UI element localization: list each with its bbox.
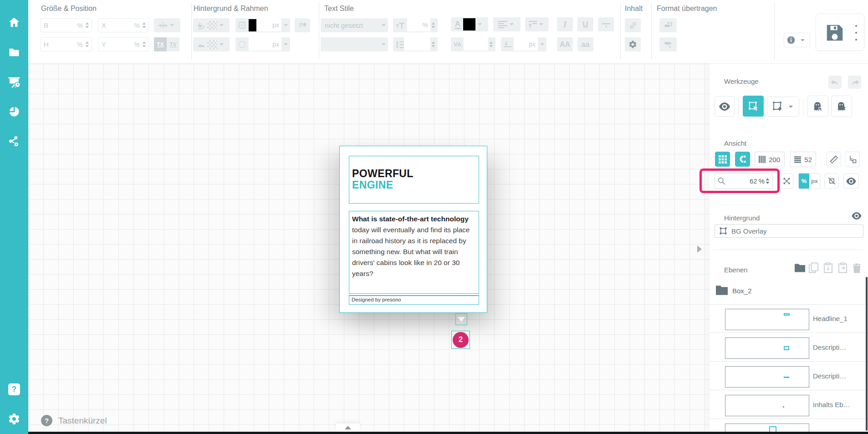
new-group-icon[interactable] [795,263,805,272]
layers-scrollbar[interactable] [866,277,868,431]
paste-into-icon[interactable] [823,262,833,273]
strikethrough-button[interactable] [598,17,614,31]
redo-button[interactable] [848,76,861,89]
text-color-button[interactable]: A [451,17,488,31]
layer-row-bg[interactable]: BG_1 [710,419,868,432]
undo-button[interactable] [828,76,842,89]
folder-icon[interactable] [8,46,20,59]
slide-group[interactable]: POWERFUL ENGINE What is state-of-the-art… [339,146,487,313]
headline-textbox[interactable]: POWERFUL ENGINE [349,156,479,204]
panel-collapse-arrow-icon[interactable] [697,245,702,253]
section-title-text-styles: Text Stile [324,5,354,13]
add-layer-tool-button[interactable] [767,97,799,117]
background-item[interactable]: BG Overlay [715,224,863,238]
uppercase-button[interactable]: AA [557,37,573,51]
home-icon[interactable] [8,16,20,29]
apply-format-button[interactable] [659,37,677,51]
caret-down-icon [284,43,288,46]
tv-option[interactable]: TV [167,37,179,51]
presentation-clock-icon[interactable] [7,76,21,89]
image-icon [197,41,205,49]
unit-toggle[interactable]: % px [798,173,820,189]
px-option[interactable]: px [809,174,820,189]
tx-option[interactable]: TX [154,37,167,51]
share-clock-icon[interactable] [8,135,20,148]
layer-group-row[interactable]: Box_2 [710,281,868,301]
hide-helpers-button[interactable] [824,174,839,189]
bottom-panel-expander[interactable] [336,424,360,432]
layers-title: Ebenen [724,266,748,274]
stepper-icon [142,41,146,47]
text-scale-toggle[interactable]: TX TV [154,37,179,51]
rows-value: 52 [804,156,812,163]
layer-row-content[interactable]: Inhalts Eb… [710,390,868,419]
y-position-field[interactable]: Y % [98,37,149,51]
text-align-dropdown[interactable] [493,17,521,31]
visibility-button[interactable] [843,174,859,189]
copy-format-button[interactable] [659,18,677,32]
border-color-swatch[interactable] [249,19,256,31]
underline-button[interactable]: U [577,17,593,31]
settings-gear-icon[interactable] [8,413,20,425]
border-width-control[interactable]: px [235,18,290,32]
more-options-icon[interactable] [855,25,857,41]
toolbar-divider [319,3,319,60]
layer-row-description2[interactable]: Descripti… [710,362,868,390]
italic-button[interactable]: I [557,17,573,31]
columns-input[interactable]: 200 [755,152,785,167]
link-button[interactable] [625,18,641,32]
duplicate-icon[interactable] [809,262,818,273]
content-settings-button[interactable] [625,37,641,51]
layer-row-headline[interactable]: Headline_1 [710,304,868,333]
fill-color-button[interactable] [193,18,230,32]
save-button[interactable] [816,14,864,51]
letter-spacing-field[interactable]: VA [451,37,495,51]
indent-field[interactable]: px [501,37,546,51]
caret-down-icon [540,43,544,46]
section-title-size-position: Größe & Position [41,5,97,13]
preview-tool-button[interactable] [715,96,735,117]
move-to-layer-button[interactable] [845,152,860,167]
snap-toggle-button[interactable] [735,152,750,167]
horizontal-lines-icon [794,156,801,163]
vertical-align-dropdown[interactable] [525,17,549,31]
caret-down-icon [382,24,386,26]
rows-input[interactable]: 52 [790,152,816,167]
align-center-button[interactable] [154,18,180,32]
info-button[interactable] [784,33,810,47]
fit-to-screen-button[interactable] [780,174,793,189]
ruler-button[interactable] [827,152,841,167]
grid-toggle-button[interactable] [715,152,730,167]
select-tool-button[interactable] [743,96,764,117]
x-position-field[interactable]: X % [98,18,149,32]
pie-chart-icon[interactable] [8,105,20,118]
shortcuts-hint[interactable]: ? Tastenkürzel [41,415,107,426]
question-circle-icon: ? [41,415,52,426]
text-style-dropdown[interactable]: nicht gesetzt [321,18,388,32]
footer-textbox[interactable]: Designed by presono [349,295,479,305]
editor-canvas[interactable]: POWERFUL ENGINE What is state-of-the-art… [28,64,710,432]
background-visibility-icon[interactable] [852,212,862,220]
lowercase-button[interactable]: aa [577,37,593,51]
step-badge-box[interactable]: 2 [451,331,470,349]
step-badge[interactable]: 2 [453,332,469,348]
font-size-field[interactable]: % [393,18,438,32]
copy-style-button[interactable] [295,18,310,32]
percent-option[interactable]: % [799,174,809,189]
paste-out-icon[interactable] [838,262,848,273]
height-field[interactable]: H % [40,37,92,51]
width-field[interactable]: B % [40,18,92,32]
ghost-remove-tool-button[interactable] [831,96,852,117]
layer-row-description1[interactable]: Descripti… [710,333,868,362]
layer-thumbnail [725,337,809,359]
description-textbox[interactable]: What is state-of-the-art technology toda… [349,211,479,294]
slide-resize-handle[interactable] [455,313,467,325]
trash-icon[interactable] [853,263,861,273]
line-height-field[interactable] [393,37,438,51]
border-radius-control[interactable]: px [235,37,290,51]
ghost-select-tool-button[interactable] [807,96,828,117]
stepper-icon [85,22,89,28]
font-family-dropdown[interactable] [321,37,388,51]
background-image-button[interactable] [193,37,230,51]
help-icon[interactable]: ? [8,383,20,395]
